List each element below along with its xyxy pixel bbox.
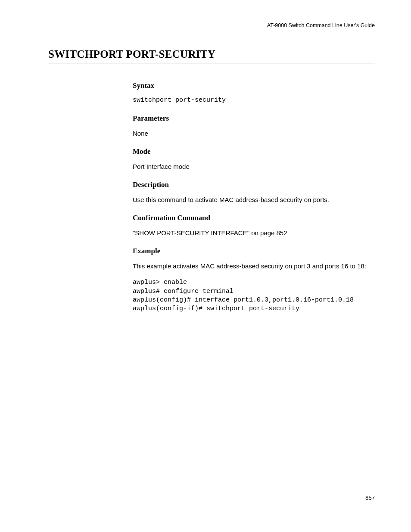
parameters-heading: Parameters [133, 114, 375, 123]
mode-body: Port Interface mode [133, 162, 375, 171]
content-area: Syntax switchport port-security Paramete… [133, 81, 375, 313]
parameters-body: None [133, 129, 375, 138]
example-code: awplus> enable awplus# configure termina… [133, 278, 375, 313]
example-intro: This example activates MAC address-based… [133, 261, 375, 271]
syntax-code: switchport port-security [133, 96, 375, 105]
page-number: 857 [365, 495, 375, 501]
command-title: SWITCHPORT PORT-SECURITY [48, 48, 375, 63]
running-head: AT-9000 Switch Command Line User's Guide [267, 22, 375, 28]
document-page: AT-9000 Switch Command Line User's Guide… [0, 0, 411, 532]
confirmation-heading: Confirmation Command [133, 214, 375, 222]
description-body: Use this command to activate MAC address… [133, 195, 375, 204]
description-heading: Description [133, 180, 375, 189]
syntax-heading: Syntax [133, 81, 375, 90]
confirmation-body: "SHOW PORT-SECURITY INTERFACE" on page 8… [133, 228, 375, 237]
mode-heading: Mode [133, 147, 375, 156]
example-heading: Example [133, 247, 375, 255]
